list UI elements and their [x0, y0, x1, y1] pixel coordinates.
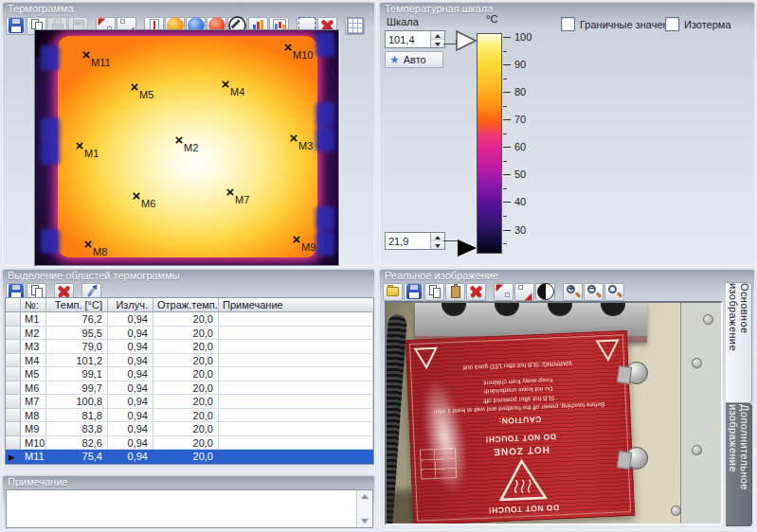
row-header-cell[interactable] — [6, 327, 21, 341]
checkbox-box-icon[interactable] — [665, 17, 679, 31]
cell-number[interactable]: M1 — [21, 312, 46, 327]
real-photo[interactable]: DO NOT TOUCH! HOT ZONE DO NOT TOUCH! CAU… — [385, 301, 723, 525]
table-row-m3[interactable]: M379,00,9420,0 — [6, 340, 373, 354]
cell-number[interactable]: M5 — [21, 367, 46, 381]
cell-emissivity[interactable]: 0,94 — [108, 395, 153, 409]
cell-temp[interactable]: 79,0 — [46, 340, 108, 354]
scale-min-pointer-icon[interactable] — [457, 239, 478, 257]
auto-button[interactable]: ★ Авто — [385, 51, 443, 68]
tab-main-image[interactable]: Основное изображение — [726, 282, 752, 403]
cell-number[interactable]: M8 — [21, 409, 46, 423]
table-row-m8[interactable]: M881,80,9420,0 — [6, 409, 373, 423]
cell-reflected-temp[interactable]: 20,0 — [153, 381, 219, 396]
table-row-m10[interactable]: M1082,60,9420,0 — [6, 436, 373, 451]
isotherm-checkbox[interactable]: Изотерма — [665, 17, 731, 31]
cell-number[interactable]: M7 — [21, 395, 46, 409]
cell-temp[interactable]: 81,8 — [46, 409, 108, 423]
temperature-colorbar[interactable] — [477, 33, 502, 254]
table-row-m7[interactable]: M7100,80,9420,0 — [6, 395, 373, 409]
scroll-up-icon[interactable] — [357, 490, 372, 504]
scale-max-spinner[interactable]: 101,4 — [385, 30, 445, 48]
cell-emissivity[interactable]: 0,94 — [108, 312, 153, 327]
cell-number[interactable]: M3 — [21, 340, 46, 354]
contrast-button[interactable] — [535, 283, 555, 301]
cell-reflected-temp[interactable]: 20,0 — [153, 409, 219, 423]
spin-down-button[interactable] — [431, 40, 444, 47]
grid-button[interactable] — [345, 17, 365, 35]
cell-temp[interactable]: 95,5 — [46, 327, 108, 341]
zoom-reset-button[interactable] — [604, 283, 624, 301]
cell-temp[interactable]: 101,2 — [46, 354, 108, 368]
scale-max-pointer-icon[interactable] — [455, 30, 478, 51]
cell-temp[interactable]: 82,6 — [46, 436, 108, 451]
table-row-m4[interactable]: M4101,20,9420,0 — [6, 354, 373, 368]
marker-up-left-button[interactable] — [494, 283, 514, 301]
row-header-cell[interactable] — [6, 312, 21, 327]
cell-number[interactable]: M6 — [21, 381, 46, 396]
cell-reflected-temp[interactable]: 20,0 — [153, 367, 219, 381]
save-button[interactable] — [404, 283, 424, 301]
table-row-m2[interactable]: M295,50,9420,0 — [6, 327, 373, 341]
save-button[interactable] — [6, 17, 26, 35]
cell-emissivity[interactable]: 0,94 — [108, 381, 153, 396]
cell-emissivity[interactable]: 0,94 — [108, 422, 153, 436]
checkbox-box-icon[interactable] — [561, 17, 575, 31]
cell-note[interactable] — [219, 327, 373, 341]
open-button[interactable] — [383, 283, 403, 301]
cell-note[interactable] — [219, 395, 373, 409]
cell-note[interactable] — [219, 409, 373, 423]
scale-max-value[interactable]: 101,4 — [386, 34, 430, 45]
cell-note[interactable] — [219, 436, 373, 451]
cell-reflected-temp[interactable]: 20,0 — [153, 395, 219, 409]
scroll-down-icon[interactable] — [357, 514, 372, 527]
cell-emissivity[interactable]: 0,94 — [108, 367, 153, 381]
cell-temp[interactable]: 99,1 — [46, 367, 108, 381]
table-row-m9[interactable]: M983,80,9420,0 — [6, 422, 373, 436]
table-row-m11[interactable]: ▶M1175,40,9420,0 — [6, 450, 373, 464]
cell-note[interactable] — [219, 312, 373, 327]
cell-emissivity[interactable]: 0,94 — [108, 409, 153, 423]
cell-reflected-temp[interactable]: 20,0 — [153, 340, 219, 354]
cell-temp[interactable]: 75,4 — [46, 450, 108, 464]
note-textarea[interactable] — [6, 489, 373, 528]
row-header-cell[interactable] — [6, 340, 21, 354]
cell-number[interactable]: M11 — [21, 450, 46, 464]
row-header-cell[interactable] — [6, 395, 21, 409]
header-cell-temp[interactable]: Темп. [°C] — [46, 298, 108, 312]
cell-reflected-temp[interactable]: 20,0 — [153, 450, 219, 464]
boundary-values-checkbox[interactable]: Граничные значения — [561, 17, 680, 31]
cell-number[interactable]: M2 — [21, 327, 46, 341]
cell-number[interactable]: M10 — [21, 436, 46, 451]
cell-emissivity[interactable]: 0,94 — [108, 327, 153, 341]
header-cell-number[interactable]: №: — [21, 298, 46, 312]
row-header-cell[interactable]: ▶ — [6, 450, 21, 464]
zoom-in-button[interactable] — [563, 283, 583, 301]
note-scrollbar[interactable] — [356, 490, 372, 527]
cell-reflected-temp[interactable]: 20,0 — [153, 327, 219, 341]
spin-up-button[interactable] — [431, 31, 444, 40]
row-header-cell[interactable] — [6, 381, 21, 396]
table-row-m5[interactable]: M599,10,9420,0 — [6, 367, 373, 381]
scale-min-spinner[interactable]: 21,9 — [385, 232, 445, 250]
cell-temp[interactable]: 100,8 — [46, 395, 108, 409]
row-header-cell[interactable] — [6, 436, 21, 451]
marker-down-right-button[interactable] — [514, 283, 534, 301]
zoom-out-button[interactable] — [584, 283, 604, 301]
tab-additional-image[interactable]: Дополнительное изображение — [726, 403, 752, 526]
cell-temp[interactable]: 83,8 — [46, 422, 108, 436]
cell-temp[interactable]: 99,7 — [46, 381, 108, 396]
thermogram-image[interactable]: ×M11×M10×M5×M4×M1×M2×M3×M6×M7×M8×M9 — [34, 29, 339, 266]
cell-reflected-temp[interactable]: 20,0 — [153, 436, 219, 451]
note-text[interactable] — [7, 490, 356, 527]
cell-emissivity[interactable]: 0,94 — [108, 340, 153, 354]
cell-reflected-temp[interactable]: 20,0 — [153, 312, 219, 327]
spin-up-button[interactable] — [431, 233, 444, 241]
header-cell-emissivity[interactable]: Излуч. — [108, 298, 153, 312]
cell-number[interactable]: M9 — [21, 422, 46, 436]
row-header-cell[interactable] — [6, 354, 21, 368]
header-cell-note[interactable]: Примечание — [219, 298, 373, 312]
cell-reflected-temp[interactable]: 20,0 — [153, 422, 219, 436]
cell-temp[interactable]: 76,2 — [46, 312, 108, 327]
cell-emissivity[interactable]: 0,94 — [108, 450, 153, 464]
copy-button[interactable] — [424, 283, 444, 301]
